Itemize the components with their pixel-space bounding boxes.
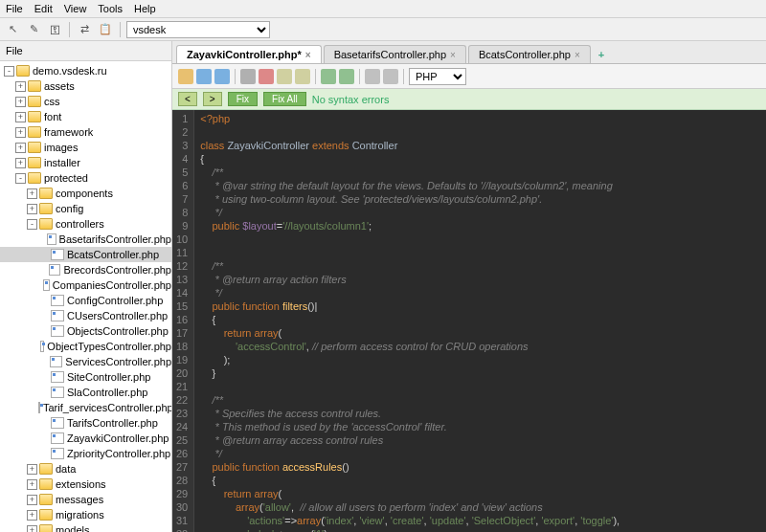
tree-node[interactable]: +font <box>0 109 171 124</box>
tree-node[interactable]: +data <box>0 461 171 477</box>
folder-icon <box>39 494 53 505</box>
editor-toolbar: PHP <box>172 64 766 89</box>
tree-label: migrations <box>56 509 104 521</box>
menu-edit[interactable]: Edit <box>34 3 53 14</box>
expand-icon[interactable]: + <box>15 127 26 138</box>
tree-node[interactable]: +framework <box>0 124 171 140</box>
tree-node[interactable]: BrecordsController.php <box>0 262 171 277</box>
tree-node[interactable]: -protected <box>0 170 171 186</box>
tree-node[interactable]: +installer <box>0 155 171 170</box>
fixall-button[interactable]: Fix All <box>263 92 306 106</box>
file-tree[interactable]: -demo.vsdesk.ru+assets+css+font+framewor… <box>0 61 171 532</box>
tree-label: BasetarifsController.php <box>59 233 171 245</box>
expand-icon[interactable]: + <box>27 204 37 214</box>
tree-label: protected <box>44 172 88 184</box>
tree-node[interactable]: BcatsController.php <box>0 247 171 262</box>
add-tab-button[interactable]: + <box>593 46 610 63</box>
tree-node[interactable]: +images <box>0 140 171 155</box>
editor-tab[interactable]: ZayavkiController.php*× <box>176 45 322 63</box>
tree-node[interactable]: +migrations <box>0 507 171 522</box>
code-editor[interactable]: 1234567891011121314151617181920212223242… <box>172 110 766 532</box>
tree-node[interactable]: ZayavkiController.php <box>0 431 171 446</box>
clipboard-icon[interactable]: 📋 <box>97 21 114 38</box>
expand-icon[interactable]: + <box>15 81 26 92</box>
tree-node[interactable]: +assets <box>0 78 171 94</box>
collapse-icon[interactable]: - <box>4 66 14 77</box>
expand-icon[interactable]: + <box>27 525 37 533</box>
close-icon[interactable]: × <box>450 50 456 60</box>
tree-label: demo.vsdesk.ru <box>33 65 107 77</box>
cut-icon[interactable] <box>259 69 274 84</box>
editor-tab[interactable]: BasetarifsController.php× <box>324 45 466 63</box>
expand-icon[interactable]: + <box>27 479 37 490</box>
main-toolbar: ↖ ✎ ⚿ ⇄ 📋 vsdesk <box>0 18 766 41</box>
collapse-icon[interactable]: - <box>15 173 26 184</box>
folder-icon <box>28 111 41 122</box>
collapse-icon[interactable]: - <box>27 219 37 230</box>
tree-node[interactable]: ServicesController.php <box>0 354 171 369</box>
expand-icon[interactable]: + <box>27 510 37 521</box>
cursor-icon[interactable]: ↖ <box>4 21 21 38</box>
tree-node[interactable]: SiteController.php <box>0 369 171 385</box>
save-icon[interactable] <box>196 69 212 84</box>
copy-icon[interactable] <box>277 69 292 84</box>
fix-button[interactable]: Fix <box>228 92 258 106</box>
redo-icon[interactable] <box>339 69 354 84</box>
php-icon <box>51 432 64 444</box>
code-content[interactable]: <?php class ZayavkiController extends Co… <box>194 110 693 532</box>
separator <box>235 69 236 84</box>
close-icon[interactable]: × <box>574 50 580 60</box>
expand-icon[interactable]: + <box>15 143 26 153</box>
print-icon[interactable] <box>240 69 256 84</box>
tree-node[interactable]: SlaController.php <box>0 385 171 400</box>
wand-icon[interactable]: ✎ <box>25 21 42 38</box>
folder-icon <box>28 142 41 153</box>
tree-node[interactable]: CUsersController.php <box>0 308 171 323</box>
open-icon[interactable] <box>178 69 193 84</box>
expand-icon[interactable]: + <box>27 495 37 505</box>
tree-node[interactable]: TarifsController.php <box>0 415 171 431</box>
tree-node[interactable]: +extensions <box>0 477 171 492</box>
tree-node[interactable]: Tarif_servicesController.php <box>0 400 171 415</box>
tree-node[interactable]: -demo.vsdesk.ru <box>0 63 171 78</box>
undo-icon[interactable] <box>321 69 336 84</box>
tree-node[interactable]: +models <box>0 522 171 532</box>
paste-icon[interactable] <box>295 69 310 84</box>
project-combo[interactable]: vsdesk <box>126 21 270 38</box>
tree-node[interactable]: ObjectsController.php <box>0 323 171 339</box>
tree-node[interactable]: ZpriorityController.php <box>0 446 171 461</box>
key-icon[interactable]: ⚿ <box>46 21 63 38</box>
tree-node[interactable]: +components <box>0 186 171 201</box>
indent-icon[interactable] <box>365 69 380 84</box>
php-icon <box>47 233 56 245</box>
php-icon <box>51 448 64 459</box>
folder-icon <box>28 157 41 168</box>
menu-view[interactable]: View <box>64 3 87 14</box>
tree-label: TarifsController.php <box>67 417 158 429</box>
tree-node[interactable]: +messages <box>0 492 171 507</box>
tree-node[interactable]: ConfigController.php <box>0 293 171 308</box>
menu-tools[interactable]: Tools <box>98 3 123 14</box>
tree-node[interactable]: ObjectTypesController.php <box>0 339 171 354</box>
language-combo[interactable]: PHP <box>409 68 466 85</box>
save-all-icon[interactable] <box>214 69 230 84</box>
expand-icon[interactable]: + <box>15 112 26 122</box>
tree-node[interactable]: -controllers <box>0 216 171 232</box>
next-error-button[interactable]: > <box>203 92 222 106</box>
expand-icon[interactable]: + <box>15 158 26 168</box>
tree-node[interactable]: CompaniesController.php <box>0 277 171 293</box>
tree-node[interactable]: BasetarifsController.php <box>0 232 171 247</box>
compare-icon[interactable]: ⇄ <box>76 21 93 38</box>
tree-node[interactable]: +config <box>0 201 171 216</box>
close-icon[interactable]: × <box>305 50 311 60</box>
menu-help[interactable]: Help <box>134 3 156 14</box>
expand-icon[interactable]: + <box>27 464 37 475</box>
menu-file[interactable]: File <box>6 3 23 14</box>
prev-error-button[interactable]: < <box>178 92 197 106</box>
editor-tab[interactable]: BcatsController.php× <box>468 45 591 63</box>
outdent-icon[interactable] <box>383 69 398 84</box>
tree-node[interactable]: +css <box>0 94 171 109</box>
expand-icon[interactable]: + <box>27 188 37 199</box>
tab-label: BcatsController.php <box>479 49 571 60</box>
expand-icon[interactable]: + <box>15 97 26 107</box>
